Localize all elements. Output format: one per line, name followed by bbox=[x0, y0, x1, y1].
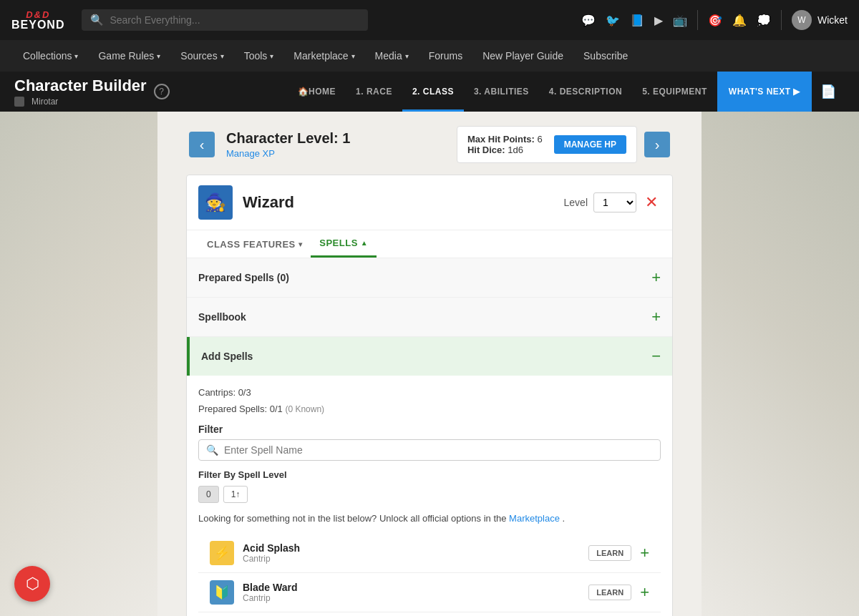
message-icon[interactable]: 💭 bbox=[757, 14, 771, 27]
step-next-label: WHAT'S NEXT ▶ bbox=[729, 87, 800, 97]
subnav-item-marketplace[interactable]: Marketplace ▾ bbox=[285, 40, 363, 72]
spellbook-header[interactable]: Spellbook + bbox=[187, 298, 672, 336]
step-abilities[interactable]: 3. ABILITIES bbox=[464, 72, 539, 112]
help-button[interactable]: ? bbox=[154, 84, 170, 99]
spell-filter-input[interactable] bbox=[224, 444, 653, 456]
prev-level-button[interactable]: ‹ bbox=[189, 132, 215, 157]
add-spells-header[interactable]: Add Spells − bbox=[187, 337, 672, 376]
marketplace-label: Marketplace bbox=[293, 50, 348, 62]
next-level-button[interactable]: › bbox=[644, 132, 670, 157]
logo[interactable]: D&D BEYOND bbox=[11, 10, 64, 31]
spell-level-btn-0[interactable]: 0 bbox=[198, 486, 219, 503]
center-panel: ‹ Character Level: 1 Manage XP Max Hit P… bbox=[186, 112, 673, 616]
acid-splash-name: Acid Splash bbox=[243, 542, 580, 554]
subnav-item-gamerules[interactable]: Game Rules ▾ bbox=[89, 40, 169, 72]
acid-splash-add-button[interactable]: + bbox=[640, 544, 649, 562]
blade-ward-name: Blade Ward bbox=[243, 582, 580, 593]
spell-item-acid-splash: ⚡ Acid Splash Cantrip LEARN + bbox=[198, 534, 661, 573]
max-hp-label: Max Hit Points: bbox=[467, 134, 535, 145]
tools-chevron-icon: ▾ bbox=[270, 52, 273, 60]
marketplace-note: Looking for something not in the list be… bbox=[198, 513, 661, 524]
step-description[interactable]: 4. DESCRIPTION bbox=[539, 72, 632, 112]
char-level-bar: ‹ Character Level: 1 Manage XP Max Hit P… bbox=[186, 126, 673, 163]
subnav-item-media[interactable]: Media ▾ bbox=[367, 40, 417, 72]
tab-spells[interactable]: SPELLS ▲ bbox=[311, 230, 377, 258]
subscribe-label: Subscribe bbox=[583, 50, 628, 62]
prepared-spells-stat: Prepared Spells: 0/1 (0 Known) bbox=[198, 401, 661, 418]
search-icon: 🔍 bbox=[90, 14, 104, 26]
subnav-item-forums[interactable]: Forums bbox=[420, 40, 471, 72]
media-label: Media bbox=[375, 50, 402, 62]
notes-icon[interactable]: 📄 bbox=[812, 84, 845, 99]
youtube-icon[interactable]: ▶ bbox=[654, 14, 663, 27]
prepared-spells-add-button[interactable]: + bbox=[651, 268, 661, 287]
sources-label: Sources bbox=[180, 50, 217, 62]
twitch-icon[interactable]: 📺 bbox=[673, 14, 687, 27]
spellbook-add-button[interactable]: + bbox=[651, 308, 661, 326]
subnav-item-collections[interactable]: Collections ▾ bbox=[14, 40, 87, 72]
user-name: Wicket bbox=[817, 14, 848, 26]
class-icon: 🧙 bbox=[198, 185, 233, 220]
spell-level-btn-1[interactable]: 1↑ bbox=[223, 486, 248, 503]
add-spells-collapse-button[interactable]: − bbox=[651, 347, 661, 366]
nav-divider bbox=[697, 10, 698, 30]
delete-class-button[interactable]: ✕ bbox=[642, 193, 661, 212]
step-class[interactable]: 2. CLASS bbox=[402, 72, 464, 112]
forums-label: Forums bbox=[429, 50, 462, 62]
tab-class-features[interactable]: CLASS FEATURES ▾ bbox=[198, 232, 311, 257]
hit-dice-label: Hit Dice: bbox=[467, 145, 505, 155]
level-select[interactable]: 1234 5678 9101112 bbox=[593, 192, 636, 212]
step-abilities-label: 3. ABILITIES bbox=[474, 87, 529, 97]
chat-icon[interactable]: 💬 bbox=[581, 14, 596, 27]
step-race-label: 1. RACE bbox=[356, 87, 392, 97]
prepared-spells-header[interactable]: Prepared Spells (0) + bbox=[187, 258, 672, 297]
bg-left-decoration bbox=[0, 112, 157, 616]
manage-xp-link[interactable]: Manage XP bbox=[226, 148, 275, 159]
search-bar[interactable]: 🔍 bbox=[82, 9, 368, 31]
acid-splash-learn-button[interactable]: LEARN bbox=[588, 545, 631, 561]
step-class-label: 2. CLASS bbox=[412, 87, 454, 97]
spell-item-booming-blade: ⚔️ Booming Blade Cantrip LEARN + bbox=[198, 612, 661, 616]
marketplace-link[interactable]: Marketplace bbox=[509, 513, 560, 524]
media-chevron-icon: ▾ bbox=[405, 52, 409, 60]
blade-ward-info: Blade Ward Cantrip bbox=[243, 582, 580, 603]
step-home[interactable]: 🏠 HOME bbox=[288, 72, 346, 112]
hit-dice-value: 1d6 bbox=[508, 145, 523, 155]
manage-hp-button[interactable]: MANAGE HP bbox=[554, 135, 626, 154]
marketplace-note-suffix: . bbox=[563, 513, 566, 524]
top-navigation: D&D BEYOND 🔍 💬 🐦 📘 ▶ 📺 🎯 🔔 💭 W Wicket bbox=[0, 0, 859, 40]
level-control: Level 1234 5678 9101112 ✕ bbox=[564, 192, 661, 212]
user-area[interactable]: W Wicket bbox=[792, 10, 848, 30]
bell-icon[interactable]: 🔔 bbox=[732, 14, 747, 27]
builder-char-row: Mirotar bbox=[14, 97, 154, 107]
step-race[interactable]: 1. RACE bbox=[346, 72, 402, 112]
blade-ward-learn-button[interactable]: LEARN bbox=[588, 585, 631, 600]
bg-right-decoration bbox=[702, 112, 859, 616]
spells-label: SPELLS bbox=[319, 238, 358, 248]
subnav-item-subscribe[interactable]: Subscribe bbox=[575, 40, 636, 72]
step-next-button[interactable]: WHAT'S NEXT ▶ bbox=[717, 72, 812, 112]
dice-roller-button[interactable]: ⬡ bbox=[14, 566, 50, 602]
step-description-label: 4. DESCRIPTION bbox=[549, 87, 622, 97]
collections-chevron-icon: ▾ bbox=[74, 52, 78, 60]
blade-ward-add-button[interactable]: + bbox=[640, 583, 649, 602]
sub-navigation: Collections ▾ Game Rules ▾ Sources ▾ Too… bbox=[0, 40, 859, 72]
facebook-icon[interactable]: 📘 bbox=[630, 14, 644, 27]
search-input[interactable] bbox=[110, 14, 359, 26]
filter-search-icon: 🔍 bbox=[206, 444, 218, 456]
subnav-item-newplayerguide[interactable]: New Player Guide bbox=[474, 40, 572, 72]
twitter-icon[interactable]: 🐦 bbox=[606, 14, 620, 27]
filter-input-wrap[interactable]: 🔍 bbox=[198, 439, 661, 461]
home-icon: 🏠 bbox=[298, 87, 309, 97]
add-spells-content: Cantrips: 0/3 Prepared Spells: 0/1 (0 Kn… bbox=[187, 376, 672, 616]
level-control-label: Level bbox=[564, 197, 588, 208]
spell-item-blade-ward: 🔰 Blade Ward Cantrip LEARN + bbox=[198, 573, 661, 612]
step-equipment[interactable]: 5. EQUIPMENT bbox=[632, 72, 717, 112]
class-card: 🧙 Wizard Level 1234 5678 9101112 ✕ CLASS… bbox=[186, 175, 673, 616]
builder-title-section: Character Builder Mirotar bbox=[14, 77, 154, 107]
spell-stats: Cantrips: 0/3 Prepared Spells: 0/1 (0 Kn… bbox=[198, 384, 661, 418]
target-icon[interactable]: 🎯 bbox=[708, 14, 722, 27]
known-note: (0 Known) bbox=[285, 404, 324, 414]
subnav-item-tools[interactable]: Tools ▾ bbox=[236, 40, 283, 72]
subnav-item-sources[interactable]: Sources ▾ bbox=[172, 40, 232, 72]
